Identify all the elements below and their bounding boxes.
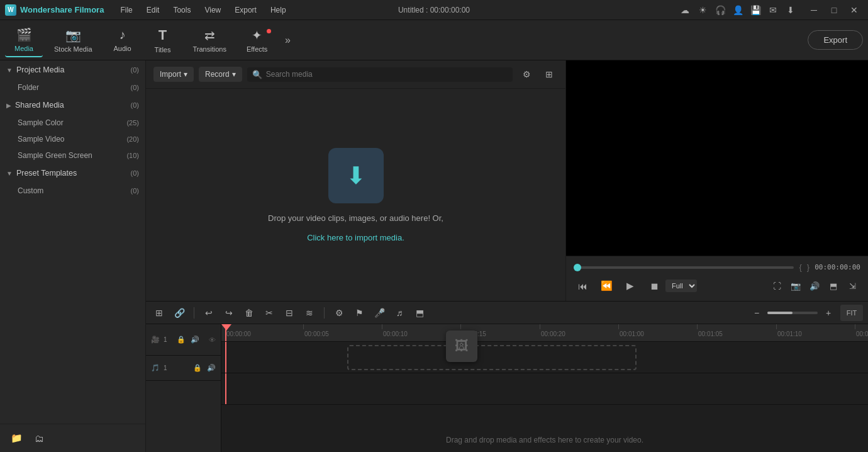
timeline-section: ⊞ 🔗 ↩ ↪ 🗑 ✂ ⊟ ≋ ⚙ ⚑ 🎤 ♬ ⬒ − [146,301,868,452]
headphone-icon[interactable]: 🎧 [713,3,727,17]
record-button[interactable]: Record ▾ [199,67,242,82]
sample-green-screen-label: Sample Green Screen [18,151,92,160]
marker-button[interactable]: ⚑ [351,305,367,321]
mic-button[interactable]: 🎤 [371,305,387,321]
new-folder-button[interactable]: 📁 [8,429,25,447]
folder-from-clip-button[interactable]: 🗂 [30,429,48,447]
menu-view[interactable]: View [198,4,227,16]
menu-edit[interactable]: Edit [140,4,166,16]
preview-extra-buttons: ⛶ 📷 🔊 ⬒ ⇲ [769,278,860,294]
quality-select[interactable]: Full 1/2 1/4 [665,280,697,292]
video-vis-icon[interactable]: 👁 [209,336,216,344]
bracket-start: { [799,263,801,272]
project-media-header[interactable]: ▼ Project Media (0) [0,60,145,79]
video-lock-icon[interactable]: 🔒 [177,336,186,344]
preset-templates-header[interactable]: ▼ Preset Templates (0) [0,164,145,183]
search-input[interactable] [266,70,508,79]
scrubber-bar[interactable] [574,266,794,269]
content-area: Import ▾ Record ▾ 🔍 ⚙ ⊞ [146,60,566,301]
menu-help[interactable]: Help [264,4,292,16]
tab-stock-media[interactable]: 📷 Stock Media [45,24,101,57]
grid-button[interactable]: ⊞ [540,65,558,83]
notification-icon[interactable]: ✉ [766,3,780,17]
play-button[interactable]: ▶ [621,277,639,295]
tab-audio[interactable]: ♪ Audio [104,24,142,56]
fullscreen-button[interactable]: ⛶ [769,278,785,294]
screenshot-button[interactable]: 📷 [787,278,804,294]
export-frame-button[interactable]: ⬒ [825,278,842,294]
preset-templates-label: Preset Templates [16,169,77,178]
timeline-ruler[interactable]: 00:00:00 00:00:05 00:00:10 00:00:15 [221,324,868,342]
zoom-track[interactable] [767,312,818,314]
sidebar-item-custom[interactable]: Custom (0) [0,183,145,199]
preview-panel: { } 00:00:00:00 ⏮ ⏪ ▶ ⏹ Full 1/ [566,60,868,301]
video-track-row: 🖼 [221,342,868,373]
tab-effects-wrap: ✦ Effects [238,24,276,57]
content-toolbar: Import ▾ Record ▾ 🔍 ⚙ ⊞ [146,60,565,89]
close-button[interactable]: ✕ [845,4,863,16]
add-track-button[interactable]: ⊞ [151,305,167,321]
import-chevron-icon: ▾ [184,70,187,79]
shared-media-header[interactable]: ▶ Shared Media (0) [0,96,145,115]
app-logo: W Wondershare Filmora [5,4,104,16]
settings2-button[interactable]: ⚙ [331,305,347,321]
score-button[interactable]: ♬ [391,305,408,321]
tab-media[interactable]: 🎬 Media [5,23,43,57]
link-button[interactable]: 🔗 [171,305,187,321]
save-icon[interactable]: 💾 [748,3,762,17]
cut-button[interactable]: ✂ [261,305,277,321]
media-label: Media [14,45,33,52]
import-button[interactable]: Import ▾ [153,67,194,82]
shared-media-label: Shared Media [15,101,64,110]
filter-button[interactable]: ⚙ [518,65,535,83]
export-button[interactable]: Export [808,30,863,50]
custom-label: Custom [18,186,43,195]
fit-button[interactable]: FIT [840,305,863,321]
undo-button[interactable]: ↩ [201,305,217,321]
step-back-button[interactable]: ⏪ [598,277,615,295]
search-icon: 🔍 [252,70,262,79]
sidebar-item-sample-green-screen[interactable]: Sample Green Screen (10) [0,147,145,164]
bracket-end: } [807,263,810,272]
video-track-number: 1 [164,336,167,343]
settings-button[interactable]: ⇲ [844,278,860,294]
audio-wave-button[interactable]: ≋ [301,305,318,321]
tab-titles[interactable]: T Titles [144,23,182,57]
video-playhead [225,342,226,373]
import-link[interactable]: Click here to import media. [307,233,404,242]
maximize-button[interactable]: □ [825,4,843,16]
menu-export[interactable]: Export [228,4,263,16]
sidebar-item-folder[interactable]: Folder (0) [0,79,145,96]
toolbar-expand-button[interactable]: » [279,31,296,49]
menu-file[interactable]: File [114,4,138,16]
audio-lock-icon[interactable]: 🔒 [193,364,202,372]
placeholder-icon: 🖼 [455,338,469,354]
scrubber-thumb[interactable] [574,264,581,271]
cloud-icon[interactable]: ☁ [678,3,692,17]
skip-back-button[interactable]: ⏮ [574,277,591,295]
zoom-in-button[interactable]: + [820,305,837,321]
import-label: Import [160,70,181,79]
ruler-mark-1: 00:00:05 [303,324,329,337]
app-name: Wondershare Filmora [20,5,104,14]
sidebar-item-sample-color[interactable]: Sample Color (25) [0,115,145,131]
minimize-button[interactable]: ─ [805,4,823,16]
preview-timecode: 00:00:00:00 [815,263,860,271]
user-icon[interactable]: 👤 [731,3,745,17]
tab-transitions[interactable]: ⇄ Transitions [184,24,235,57]
sun-icon[interactable]: ☀ [696,3,709,17]
tab-effects[interactable]: ✦ Effects [238,24,276,57]
zoom-out-button[interactable]: − [748,305,765,321]
video-volume-icon[interactable]: 🔊 [191,336,199,344]
download-icon[interactable]: ⬇ [784,3,798,17]
insert-button[interactable]: ⬒ [411,305,428,321]
shared-media-count: (0) [131,101,139,109]
delete-button[interactable]: 🗑 [241,305,257,321]
stop-button[interactable]: ⏹ [645,277,663,295]
sidebar-item-sample-video[interactable]: Sample Video (20) [0,131,145,147]
redo-button[interactable]: ↪ [221,305,237,321]
adjust-button[interactable]: ⊟ [281,305,298,321]
menu-tools[interactable]: Tools [167,4,197,16]
volume-button[interactable]: 🔊 [806,278,823,294]
audio-volume-icon[interactable]: 🔊 [207,364,216,372]
